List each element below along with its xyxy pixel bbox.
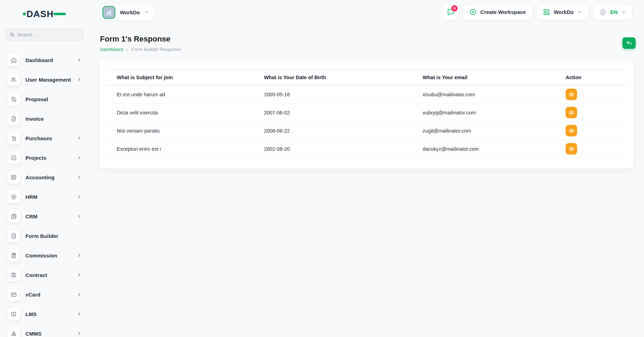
table-header-row: What is Subject for join What is Your Da… — [106, 70, 628, 85]
sidebar-item-commission[interactable]: Commission — [0, 246, 89, 265]
chevron-right-icon — [77, 58, 81, 62]
hrm-icon — [10, 194, 17, 200]
grid-plus-icon — [543, 8, 550, 16]
chevron-down-icon — [144, 10, 149, 15]
sidebar-item-invoice[interactable]: Invoice — [0, 109, 89, 128]
sidebar-item-vcard[interactable]: vCard — [0, 285, 89, 304]
home-icon — [10, 57, 17, 63]
chevron-right-icon — [77, 312, 81, 316]
cell-dob: 2005-05-18 — [253, 85, 411, 104]
sidebar: DASH Dashboard User Management — [0, 0, 89, 337]
form-builder-icon — [10, 233, 17, 239]
cell-action — [554, 140, 628, 158]
cell-email: vulixyq@mailinator.com — [412, 104, 554, 122]
chevron-right-icon — [77, 214, 81, 218]
cell-email: xisubu@mailinator.com — [412, 85, 554, 104]
commission-icon — [10, 252, 17, 259]
chevron-right-icon — [77, 136, 81, 140]
chevron-down-icon — [577, 10, 582, 15]
cell-action — [554, 85, 628, 104]
vcard-icon — [10, 291, 17, 298]
workspace-switcher[interactable]: WorkDo — [100, 4, 155, 21]
sidebar-item-hrm[interactable]: HRM — [0, 187, 89, 207]
cell-subject: Dicta velit exercita — [106, 104, 253, 122]
eye-icon — [568, 128, 575, 134]
cell-action — [554, 104, 628, 122]
sidebar-item-lms[interactable]: LMS — [0, 304, 89, 324]
chevron-right-icon — [77, 156, 81, 160]
cell-action — [554, 122, 628, 140]
sidebar-item-projects[interactable]: Projects — [0, 148, 89, 167]
workspace-dropdown[interactable]: WorkDo — [536, 4, 589, 20]
view-response-button[interactable] — [566, 89, 577, 100]
plus-circle-icon — [469, 8, 477, 16]
cell-email: dacokyz@mailinator.com — [412, 140, 554, 158]
search-input[interactable] — [17, 32, 79, 37]
create-workspace-button[interactable]: Create Workspace — [463, 4, 532, 20]
cell-dob: 2002-08-20 — [253, 140, 411, 158]
chevron-right-icon — [77, 273, 81, 277]
responses-card: What is Subject for join What is Your Da… — [99, 60, 634, 168]
chevron-right-icon — [77, 175, 81, 179]
sidebar-menu: Dashboard User Management Proposal — [0, 50, 89, 337]
chevron-right-icon — [77, 253, 81, 257]
table-row: Dicta velit exercita 2007-06-02 vulixyq@… — [106, 104, 628, 122]
view-response-button[interactable] — [566, 107, 577, 118]
breadcrumb-current: Form Builder Response — [131, 47, 181, 52]
sidebar-item-crm[interactable]: CRM — [0, 207, 89, 226]
chevron-down-icon — [621, 10, 626, 15]
topbar: WorkDo 0 Create Workspace — [89, 0, 644, 21]
main-area: WorkDo 0 Create Workspace — [89, 0, 644, 337]
cell-subject: Excepturi enim est i — [106, 140, 253, 158]
sidebar-item-dashboard[interactable]: Dashboard — [0, 50, 89, 70]
breadcrumb-separator: › — [127, 47, 128, 52]
dash-logo-icon: DASH — [23, 8, 67, 20]
topbar-actions: 0 Create Workspace WorkDo — [443, 4, 632, 20]
responses-table: What is Subject for join What is Your Da… — [106, 69, 628, 158]
messages-badge: 0 — [451, 5, 458, 12]
messages-button[interactable]: 0 — [443, 4, 459, 20]
view-response-button[interactable] — [566, 125, 577, 136]
chevron-right-icon — [77, 331, 81, 336]
cell-dob: 2007-06-02 — [253, 104, 411, 122]
table-row: Excepturi enim est i 2002-08-20 dacokyz@… — [106, 140, 628, 158]
back-button[interactable] — [622, 37, 636, 49]
table-row: Et est unde harum ad 2005-05-18 xisubu@m… — [106, 85, 628, 104]
cmms-icon — [10, 330, 17, 337]
undo-arrow-icon — [626, 40, 632, 46]
col-header-dob: What is Your Date of Birth — [253, 70, 411, 85]
breadcrumb: Dashboard › Form Builder Response — [100, 47, 632, 52]
chevron-right-icon — [77, 292, 81, 297]
workspace-avatar — [102, 6, 115, 19]
users-icon — [10, 76, 17, 83]
sidebar-item-cmms[interactable]: CMMS — [0, 324, 89, 337]
globe-icon — [599, 8, 607, 16]
projects-icon — [10, 155, 17, 161]
chevron-right-icon — [77, 77, 81, 82]
svg-text:DASH: DASH — [26, 9, 54, 19]
page-title: Form 1's Response — [100, 35, 632, 44]
col-header-email: What is Your email — [412, 70, 554, 85]
chevron-right-icon — [77, 195, 81, 199]
sidebar-item-contract[interactable]: Contract — [0, 265, 89, 285]
col-header-subject: What is Subject for join — [106, 70, 253, 85]
dash-logo[interactable]: DASH — [0, 8, 89, 20]
proposal-icon — [10, 96, 17, 103]
cell-subject: Et est unde harum ad — [106, 85, 253, 104]
building-icon — [105, 8, 113, 16]
accounting-icon — [10, 174, 17, 181]
contract-icon — [10, 272, 17, 278]
eye-icon — [568, 110, 575, 116]
sidebar-item-purchases[interactable]: Purchases — [0, 128, 89, 148]
sidebar-item-accounting[interactable]: Accounting — [0, 167, 89, 187]
breadcrumb-dashboard-link[interactable]: Dashboard — [100, 47, 123, 52]
language-dropdown[interactable]: EN — [592, 4, 632, 20]
sidebar-item-form-builder[interactable]: Form Builder — [0, 226, 89, 246]
sidebar-item-proposal[interactable]: Proposal — [0, 89, 89, 109]
sidebar-item-user-management[interactable]: User Management — [0, 70, 89, 89]
cell-email: zugit@mailinator.com — [412, 122, 554, 140]
view-response-button[interactable] — [566, 143, 577, 155]
eye-icon — [568, 91, 575, 98]
cell-subject: Nisi veniam pariatu — [106, 122, 253, 140]
table-row: Nisi veniam pariatu 2008-06-22 zugit@mai… — [106, 122, 628, 140]
